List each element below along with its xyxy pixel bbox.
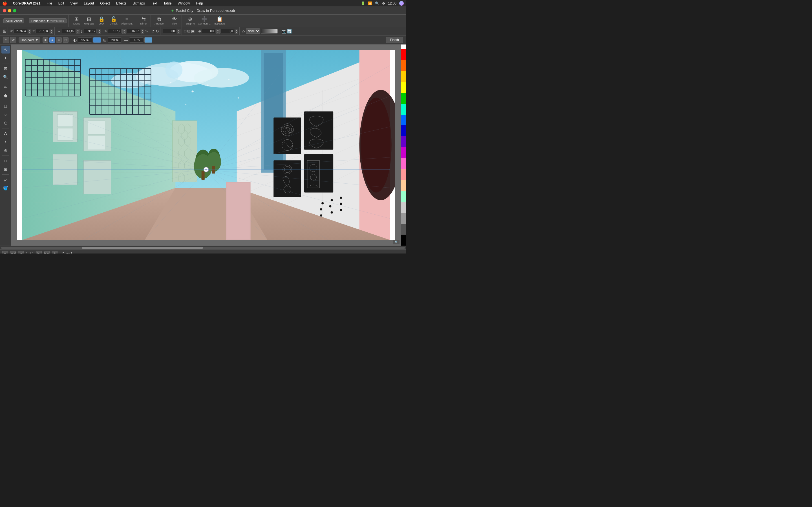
- palette-light-gray[interactable]: [401, 202, 406, 213]
- toolbar-lock-btn[interactable]: 🔒 Lock: [96, 16, 107, 25]
- pcth-down-btn[interactable]: ▼: [141, 31, 144, 34]
- width-down-btn[interactable]: ▼: [76, 31, 80, 34]
- angle-input[interactable]: [163, 29, 176, 33]
- toolbar-ungroup-btn[interactable]: ⊟ Ungroup: [83, 16, 95, 25]
- height-input[interactable]: [83, 29, 97, 33]
- tool-ellipse[interactable]: ○: [1, 111, 10, 119]
- flip-h-btn[interactable]: ↻: [156, 29, 159, 34]
- finish-button[interactable]: Finish: [386, 37, 403, 43]
- fill-type-select[interactable]: None Solid: [246, 29, 260, 34]
- toolbar-inspectors-btn[interactable]: 📋 Inspectors: [213, 16, 227, 25]
- pct-h-input[interactable]: [126, 29, 140, 33]
- toolbar-group-btn[interactable]: ⊞ Group: [71, 16, 82, 25]
- y-down-btn[interactable]: ▼: [50, 31, 53, 34]
- scroll-track[interactable]: [1, 247, 405, 249]
- tool-star[interactable]: ⬡: [1, 119, 10, 127]
- tool-polygon[interactable]: ⬟: [1, 92, 10, 100]
- add-page-btn2[interactable]: +: [52, 251, 57, 254]
- palette-yellow[interactable]: [401, 71, 406, 82]
- persp-tool-btn[interactable]: ✦: [3, 37, 9, 43]
- pos2x-down-btn[interactable]: ▼: [216, 31, 220, 34]
- opacity-input[interactable]: 95 %: [78, 38, 92, 43]
- view-modes-button[interactable]: Enhanced ▼ View Modes: [29, 18, 66, 23]
- horizon-input[interactable]: 85 %: [129, 38, 143, 43]
- perspective-type-select[interactable]: One-point ▼: [18, 38, 40, 43]
- pct-w-input[interactable]: [108, 29, 121, 33]
- menu-text[interactable]: Text: [150, 1, 159, 6]
- pos2y-up-btn[interactable]: ▲: [235, 29, 238, 31]
- opacity-color-btn[interactable]: [93, 37, 101, 43]
- palette-pink[interactable]: [401, 158, 406, 169]
- toolbar-snap-btn[interactable]: ⊕ Snap To: [185, 16, 196, 25]
- minimize-button[interactable]: [8, 9, 11, 12]
- tool-freehand[interactable]: ✏: [1, 83, 10, 91]
- control-center-icon[interactable]: ⚙: [382, 1, 385, 5]
- persp-square-icon[interactable]: ■: [43, 37, 48, 43]
- x-up-btn[interactable]: ▲: [28, 29, 31, 31]
- prev-btn[interactable]: ◀: [18, 251, 24, 254]
- tool-rectangle[interactable]: □: [1, 102, 10, 110]
- pos2-x-input[interactable]: [202, 29, 215, 33]
- y-up-btn[interactable]: ▲: [50, 29, 53, 31]
- height-up-btn[interactable]: ▲: [98, 29, 101, 31]
- palette-mint[interactable]: [401, 191, 406, 202]
- width-up-btn[interactable]: ▲: [76, 29, 80, 31]
- pos2x-up-btn[interactable]: ▲: [216, 29, 220, 31]
- tool-connector[interactable]: ⊘: [1, 147, 10, 154]
- width-input[interactable]: [62, 29, 75, 33]
- tool-shadow[interactable]: □: [1, 157, 10, 165]
- palette-light-pink[interactable]: [401, 169, 406, 180]
- maximize-button[interactable]: [13, 9, 16, 12]
- tool-zoom[interactable]: 🔍: [1, 73, 10, 81]
- angle-up-btn[interactable]: ▲: [177, 29, 181, 31]
- palette-magenta[interactable]: [401, 147, 406, 158]
- tool-text[interactable]: A: [1, 129, 10, 137]
- refresh-icon[interactable]: 🔄: [287, 29, 292, 34]
- palette-bright-yellow[interactable]: [401, 82, 406, 93]
- persp-outline-icon[interactable]: ○: [56, 37, 62, 43]
- zoom-corner[interactable]: 🔍: [393, 240, 400, 244]
- menu-view[interactable]: View: [69, 1, 79, 6]
- menu-object[interactable]: Object: [99, 1, 111, 6]
- app-name[interactable]: CorelDRAW 2021: [11, 1, 42, 6]
- zoom-dropdown[interactable]: 236% Zoom: [3, 18, 24, 23]
- border-dash-icon[interactable]: ⊡: [187, 29, 190, 33]
- tool-select[interactable]: ↖: [1, 46, 10, 54]
- next-page-btn[interactable]: ▶▶: [44, 251, 50, 254]
- toolbar-alignment-btn[interactable]: ≡ Alignment: [120, 16, 134, 25]
- menu-edit[interactable]: Edit: [57, 1, 66, 6]
- menu-table[interactable]: Table: [162, 1, 173, 6]
- horizon-color-btn[interactable]: [144, 37, 152, 43]
- camera-icon[interactable]: 📷: [282, 29, 286, 34]
- tool-eyedropper[interactable]: 🖊: [1, 176, 10, 184]
- palette-purple[interactable]: [401, 136, 406, 147]
- h-scrollbar[interactable]: [0, 246, 406, 249]
- pctw-down-btn[interactable]: ▼: [122, 31, 126, 34]
- tool-fill[interactable]: 🪣: [1, 184, 10, 192]
- apple-menu[interactable]: 🍎: [2, 1, 7, 6]
- menu-window[interactable]: Window: [176, 1, 191, 6]
- persp-circle-icon[interactable]: ●: [49, 37, 55, 43]
- tool-node[interactable]: ✦: [1, 54, 10, 62]
- tool-crop[interactable]: ⊡: [1, 64, 10, 72]
- toolbar-getmore-btn[interactable]: ➕ Get More...: [197, 16, 212, 25]
- prev-page-btn[interactable]: ◀◀: [10, 251, 16, 254]
- toolbar-arrange-btn[interactable]: ⧉ Arrange: [153, 16, 165, 25]
- pos2y-down-btn[interactable]: ▼: [235, 31, 238, 34]
- rotate-reset-btn[interactable]: ↺: [151, 29, 155, 34]
- toolbar-mirror-btn[interactable]: ⇆ Mirror: [138, 16, 149, 25]
- next-btn[interactable]: ▶: [36, 251, 42, 254]
- palette-dark-gray[interactable]: [401, 224, 406, 235]
- scroll-thumb[interactable]: [82, 247, 203, 249]
- y-input[interactable]: [36, 29, 49, 33]
- close-button[interactable]: [3, 9, 6, 12]
- menu-effects[interactable]: Effects: [115, 1, 128, 6]
- menu-file[interactable]: File: [45, 1, 53, 6]
- border-style-icon[interactable]: □: [184, 29, 186, 33]
- canvas-area[interactable]: ✦ ✦ ✦ ✦ ✦ ✦ ✦ ✦: [11, 45, 401, 245]
- height-down-btn[interactable]: ▼: [98, 31, 101, 34]
- persp-eye-btn[interactable]: 👁: [10, 37, 16, 43]
- tool-line[interactable]: /: [1, 138, 10, 146]
- border-fill-icon[interactable]: ▣: [191, 29, 195, 33]
- palette-green[interactable]: [401, 93, 406, 104]
